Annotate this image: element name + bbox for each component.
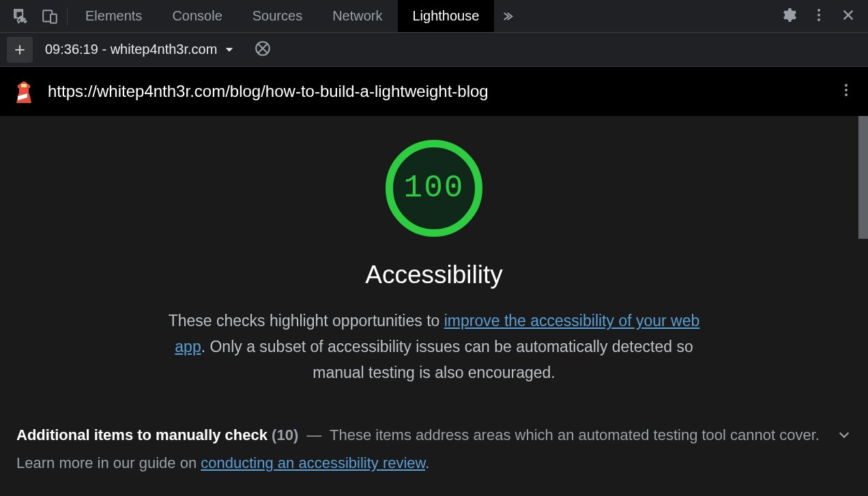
manual-title: Additional items to manually check [16, 426, 267, 443]
report-label-text: 09:36:19 - whitep4nth3r.com [45, 42, 217, 57]
device-toggle-icon[interactable] [35, 0, 64, 32]
dropdown-icon [224, 44, 235, 55]
lighthouse-toolbar: 09:36:19 - whitep4nth3r.com [0, 33, 868, 67]
category-description: These checks highlight opportunities to … [154, 308, 714, 386]
report-url-bar: https://whitep4nth3r.com/blog/how-to-bui… [0, 67, 868, 116]
tab-sources[interactable]: Sources [237, 0, 317, 32]
report-url: https://whitep4nth3r.com/blog/how-to-bui… [48, 82, 824, 101]
manual-checks-section[interactable]: Additional items to manually check (10) … [14, 422, 854, 477]
settings-icon[interactable] [781, 7, 797, 26]
svg-rect-2 [50, 14, 57, 23]
svg-rect-9 [21, 84, 27, 87]
svg-point-10 [845, 84, 848, 87]
devtools-tab-bar: Elements Console Sources Network Lightho… [0, 0, 868, 33]
svg-point-4 [818, 14, 820, 16]
svg-point-11 [845, 89, 848, 91]
inspect-icon[interactable] [7, 0, 35, 32]
tab-network[interactable]: Network [317, 0, 397, 32]
score-gauge[interactable]: 100 [386, 140, 482, 237]
kebab-menu-icon[interactable] [811, 7, 827, 26]
svg-rect-8 [19, 88, 29, 93]
tab-console[interactable]: Console [157, 0, 237, 32]
accessibility-review-link[interactable]: conducting an accessibility review [201, 454, 425, 471]
manual-dash: — [306, 426, 321, 443]
desc-text-2: . Only a subset of accessibility issues … [201, 338, 693, 381]
score-value: 100 [404, 171, 465, 206]
new-report-button[interactable] [7, 37, 33, 63]
tab-elements[interactable]: Elements [70, 0, 157, 32]
svg-point-5 [818, 18, 820, 21]
svg-point-12 [845, 93, 848, 96]
more-tabs-icon[interactable] [494, 0, 519, 32]
svg-point-3 [818, 9, 820, 12]
separator [67, 8, 68, 25]
tab-lighthouse[interactable]: Lighthouse [398, 0, 495, 32]
desc-text-1: These checks highlight opportunities to [169, 312, 444, 330]
report-content: 100 Accessibility These checks highlight… [0, 116, 868, 496]
category-title: Accessibility [365, 261, 503, 289]
lighthouse-logo-icon [14, 80, 34, 103]
scrollbar-thumb[interactable] [858, 116, 868, 239]
clear-icon[interactable] [254, 40, 272, 60]
chevron-down-icon[interactable] [837, 427, 852, 445]
report-menu-icon[interactable] [838, 82, 854, 101]
manual-count: (10) [272, 426, 298, 443]
manual-desc-end: . [425, 454, 429, 471]
close-icon[interactable] [841, 8, 856, 25]
report-selector[interactable]: 09:36:19 - whitep4nth3r.com [45, 42, 235, 57]
